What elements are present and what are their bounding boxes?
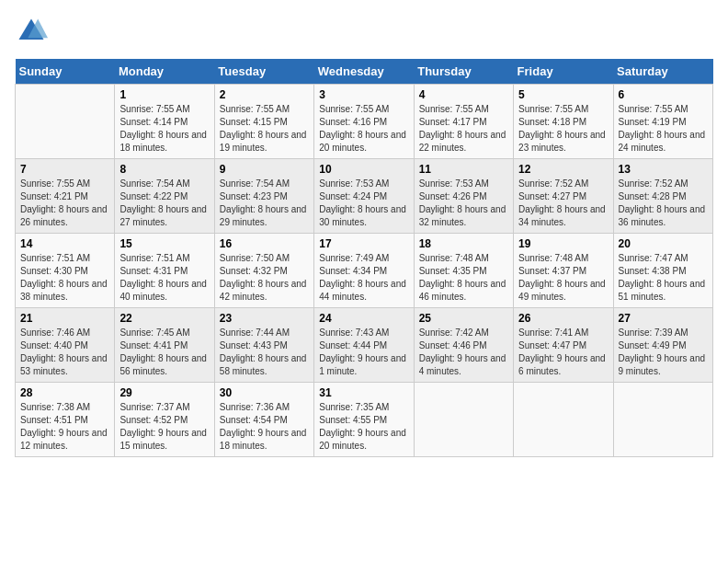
day-info: Sunrise: 7:52 AMSunset: 4:27 PMDaylight:… xyxy=(518,178,608,229)
calendar-cell: 18Sunrise: 7:48 AMSunset: 4:35 PMDayligh… xyxy=(414,234,513,308)
day-number: 7 xyxy=(20,163,109,176)
day-number: 18 xyxy=(419,237,508,250)
calendar-cell: 4Sunrise: 7:55 AMSunset: 4:17 PMDaylight… xyxy=(414,85,513,159)
logo-icon xyxy=(15,15,48,48)
calendar-cell: 10Sunrise: 7:53 AMSunset: 4:24 PMDayligh… xyxy=(314,159,414,234)
day-info: Sunrise: 7:55 AMSunset: 4:15 PMDaylight:… xyxy=(220,103,309,155)
day-number: 5 xyxy=(518,88,608,101)
week-row-1: 1Sunrise: 7:55 AMSunset: 4:14 PMDaylight… xyxy=(16,85,713,159)
day-number: 28 xyxy=(20,386,109,399)
day-number: 25 xyxy=(419,312,508,325)
header-sunday: Sunday xyxy=(16,59,115,85)
week-row-2: 7Sunrise: 7:55 AMSunset: 4:21 PMDaylight… xyxy=(16,159,713,234)
day-info: Sunrise: 7:39 AMSunset: 4:49 PMDaylight:… xyxy=(619,327,708,378)
day-number: 31 xyxy=(319,386,408,399)
week-row-4: 21Sunrise: 7:46 AMSunset: 4:40 PMDayligh… xyxy=(16,308,713,383)
calendar-cell: 15Sunrise: 7:51 AMSunset: 4:31 PMDayligh… xyxy=(115,234,214,308)
day-info: Sunrise: 7:50 AMSunset: 4:32 PMDaylight:… xyxy=(220,252,309,304)
day-number: 29 xyxy=(119,386,209,399)
calendar-cell: 25Sunrise: 7:42 AMSunset: 4:46 PMDayligh… xyxy=(414,308,513,383)
day-number: 26 xyxy=(518,312,608,325)
day-number: 6 xyxy=(619,88,708,101)
day-info: Sunrise: 7:45 AMSunset: 4:41 PMDaylight:… xyxy=(119,327,209,378)
header-saturday: Saturday xyxy=(613,59,712,85)
page-header xyxy=(15,15,713,48)
day-info: Sunrise: 7:52 AMSunset: 4:28 PMDaylight:… xyxy=(619,178,708,229)
calendar-cell xyxy=(16,85,115,159)
calendar-cell: 2Sunrise: 7:55 AMSunset: 4:15 PMDaylight… xyxy=(214,85,313,159)
day-info: Sunrise: 7:44 AMSunset: 4:43 PMDaylight:… xyxy=(220,327,309,378)
week-row-3: 14Sunrise: 7:51 AMSunset: 4:30 PMDayligh… xyxy=(16,234,713,308)
calendar-cell: 24Sunrise: 7:43 AMSunset: 4:44 PMDayligh… xyxy=(314,308,414,383)
day-info: Sunrise: 7:53 AMSunset: 4:24 PMDaylight:… xyxy=(319,178,408,229)
header-wednesday: Wednesday xyxy=(314,59,414,85)
day-number: 13 xyxy=(619,163,708,176)
calendar-cell: 19Sunrise: 7:48 AMSunset: 4:37 PMDayligh… xyxy=(514,234,613,308)
day-number: 24 xyxy=(319,312,408,325)
day-info: Sunrise: 7:47 AMSunset: 4:38 PMDaylight:… xyxy=(619,252,708,304)
day-number: 14 xyxy=(20,237,109,250)
header-monday: Monday xyxy=(115,59,214,85)
day-number: 10 xyxy=(319,163,408,176)
day-number: 23 xyxy=(220,312,309,325)
day-info: Sunrise: 7:46 AMSunset: 4:40 PMDaylight:… xyxy=(20,327,109,378)
day-number: 12 xyxy=(518,163,608,176)
day-number: 27 xyxy=(619,312,708,325)
calendar-cell xyxy=(613,383,712,457)
day-info: Sunrise: 7:54 AMSunset: 4:22 PMDaylight:… xyxy=(119,178,209,229)
day-number: 17 xyxy=(319,237,408,250)
day-info: Sunrise: 7:54 AMSunset: 4:23 PMDaylight:… xyxy=(220,178,309,229)
calendar-cell: 8Sunrise: 7:54 AMSunset: 4:22 PMDaylight… xyxy=(115,159,214,234)
day-info: Sunrise: 7:51 AMSunset: 4:31 PMDaylight:… xyxy=(119,252,209,304)
day-info: Sunrise: 7:41 AMSunset: 4:47 PMDaylight:… xyxy=(518,327,608,378)
day-info: Sunrise: 7:51 AMSunset: 4:30 PMDaylight:… xyxy=(20,252,109,304)
day-info: Sunrise: 7:55 AMSunset: 4:16 PMDaylight:… xyxy=(319,103,408,155)
day-info: Sunrise: 7:48 AMSunset: 4:37 PMDaylight:… xyxy=(518,252,608,304)
day-info: Sunrise: 7:53 AMSunset: 4:26 PMDaylight:… xyxy=(419,178,508,229)
calendar-cell: 21Sunrise: 7:46 AMSunset: 4:40 PMDayligh… xyxy=(16,308,115,383)
calendar-cell: 1Sunrise: 7:55 AMSunset: 4:14 PMDaylight… xyxy=(115,85,214,159)
calendar-cell: 5Sunrise: 7:55 AMSunset: 4:18 PMDaylight… xyxy=(514,85,613,159)
day-number: 30 xyxy=(220,386,309,399)
calendar-cell: 28Sunrise: 7:38 AMSunset: 4:51 PMDayligh… xyxy=(16,383,115,457)
day-info: Sunrise: 7:55 AMSunset: 4:18 PMDaylight:… xyxy=(518,103,608,155)
calendar-cell: 3Sunrise: 7:55 AMSunset: 4:16 PMDaylight… xyxy=(314,85,414,159)
header-thursday: Thursday xyxy=(414,59,513,85)
calendar-cell xyxy=(414,383,513,457)
calendar-cell: 17Sunrise: 7:49 AMSunset: 4:34 PMDayligh… xyxy=(314,234,414,308)
calendar-cell: 6Sunrise: 7:55 AMSunset: 4:19 PMDaylight… xyxy=(613,85,712,159)
day-info: Sunrise: 7:37 AMSunset: 4:52 PMDaylight:… xyxy=(119,401,209,453)
day-number: 11 xyxy=(419,163,508,176)
header-tuesday: Tuesday xyxy=(214,59,313,85)
day-info: Sunrise: 7:55 AMSunset: 4:21 PMDaylight:… xyxy=(20,178,109,229)
calendar-cell: 20Sunrise: 7:47 AMSunset: 4:38 PMDayligh… xyxy=(613,234,712,308)
day-info: Sunrise: 7:36 AMSunset: 4:54 PMDaylight:… xyxy=(220,401,309,453)
calendar-cell: 26Sunrise: 7:41 AMSunset: 4:47 PMDayligh… xyxy=(514,308,613,383)
day-number: 4 xyxy=(419,88,508,101)
day-info: Sunrise: 7:49 AMSunset: 4:34 PMDaylight:… xyxy=(319,252,408,304)
day-number: 1 xyxy=(119,88,209,101)
calendar-cell: 13Sunrise: 7:52 AMSunset: 4:28 PMDayligh… xyxy=(613,159,712,234)
logo xyxy=(15,15,51,48)
day-number: 3 xyxy=(319,88,408,101)
calendar-cell: 31Sunrise: 7:35 AMSunset: 4:55 PMDayligh… xyxy=(314,383,414,457)
calendar-cell: 30Sunrise: 7:36 AMSunset: 4:54 PMDayligh… xyxy=(214,383,313,457)
calendar-cell: 11Sunrise: 7:53 AMSunset: 4:26 PMDayligh… xyxy=(414,159,513,234)
day-number: 21 xyxy=(20,312,109,325)
day-info: Sunrise: 7:55 AMSunset: 4:19 PMDaylight:… xyxy=(619,103,708,155)
day-info: Sunrise: 7:48 AMSunset: 4:35 PMDaylight:… xyxy=(419,252,508,304)
day-info: Sunrise: 7:35 AMSunset: 4:55 PMDaylight:… xyxy=(319,401,408,453)
day-number: 19 xyxy=(518,237,608,250)
day-info: Sunrise: 7:42 AMSunset: 4:46 PMDaylight:… xyxy=(419,327,508,378)
day-number: 16 xyxy=(220,237,309,250)
calendar-cell: 12Sunrise: 7:52 AMSunset: 4:27 PMDayligh… xyxy=(514,159,613,234)
day-number: 9 xyxy=(220,163,309,176)
calendar-cell: 14Sunrise: 7:51 AMSunset: 4:30 PMDayligh… xyxy=(16,234,115,308)
calendar-cell xyxy=(514,383,613,457)
calendar-cell: 22Sunrise: 7:45 AMSunset: 4:41 PMDayligh… xyxy=(115,308,214,383)
day-info: Sunrise: 7:38 AMSunset: 4:51 PMDaylight:… xyxy=(20,401,109,453)
day-info: Sunrise: 7:55 AMSunset: 4:14 PMDaylight:… xyxy=(119,103,209,155)
day-number: 22 xyxy=(119,312,209,325)
header-friday: Friday xyxy=(514,59,613,85)
day-number: 2 xyxy=(220,88,309,101)
